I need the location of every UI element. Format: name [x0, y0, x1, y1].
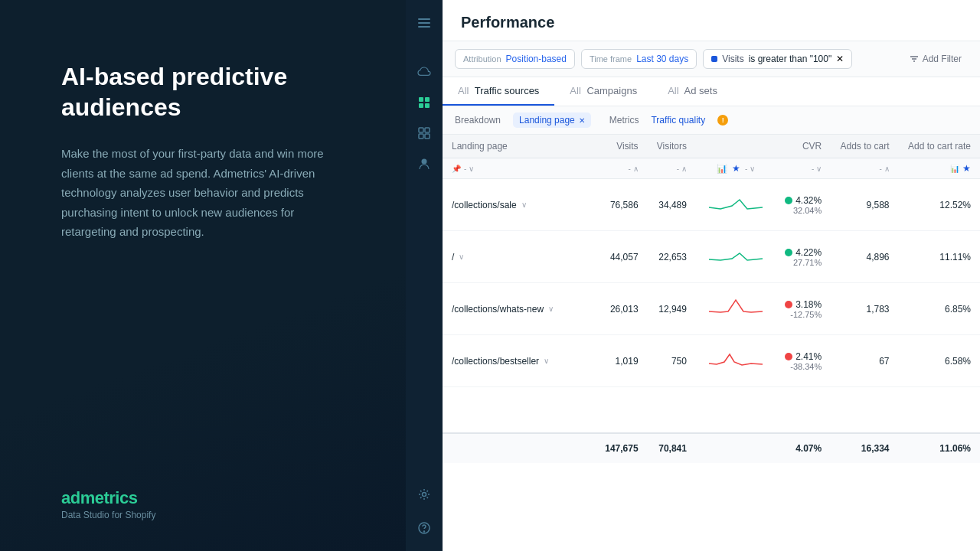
metrics-label: Metrics: [609, 115, 639, 126]
landing-page-2: /: [452, 252, 454, 262]
cvr-2: 4.22% 27.71%: [785, 247, 822, 267]
chart-icon-sort[interactable]: 📊: [717, 164, 727, 174]
add-filter-label: Add Filter: [923, 54, 962, 64]
nav-help-icon[interactable]: [410, 514, 438, 542]
footer-visits: 147,675: [596, 433, 648, 463]
col-header-sparkline: [696, 135, 776, 158]
col-header-landing-page[interactable]: Landing page: [443, 135, 596, 158]
adds-to-cart-1: 9,588: [831, 179, 898, 231]
panel-title: Performance: [461, 14, 962, 31]
sparkline-4: [696, 335, 776, 387]
table-row: / ∨ 44,057 22,653: [443, 231, 980, 283]
svg-rect-2: [418, 26, 430, 28]
sidebar-nav: [406, 0, 443, 551]
add-to-cart-rate-2: 11.11%: [899, 231, 980, 283]
footer-label: [443, 433, 596, 463]
col-header-visitors[interactable]: Visitors: [648, 135, 696, 158]
timeframe-filter[interactable]: Time frame Last 30 days: [581, 49, 697, 69]
col-header-visits[interactable]: Visits: [596, 135, 648, 158]
visits-3: 26,013: [596, 283, 648, 335]
tab-traffic-sources[interactable]: All Traffic sources: [443, 77, 554, 106]
metrics-value: Traffic quality: [651, 115, 705, 126]
panel-header: Performance: [443, 0, 980, 41]
star-icon-sort2[interactable]: ★: [962, 163, 971, 174]
svg-rect-7: [419, 128, 423, 132]
cvr-4: 2.41% -38.34%: [785, 351, 822, 371]
filter-bar: Attribution Position-based Time frame La…: [443, 41, 980, 77]
footer-add-to-cart-rate: 11.06%: [899, 433, 980, 463]
sparkline-3: [696, 283, 776, 335]
visits-filter-close[interactable]: ✕: [836, 54, 844, 64]
visits-4: 1,019: [596, 335, 648, 387]
landing-page-chevron-4[interactable]: ∨: [544, 357, 549, 365]
svg-rect-1: [418, 22, 430, 24]
sort-row: 📌 - ∨ - ∧ - ∧: [443, 158, 980, 179]
visitors-1: 34,489: [648, 179, 696, 231]
nav-user-icon[interactable]: [410, 150, 438, 178]
footer-row: 147,675 70,841 4.07% 16,334 11.06%: [443, 433, 980, 463]
adds-to-cart-4: 67: [831, 335, 898, 387]
cvr-sub-2: 27.71%: [793, 258, 822, 267]
svg-rect-10: [425, 134, 430, 139]
star-icon-sort[interactable]: ★: [732, 163, 740, 174]
spacer-row: [443, 387, 980, 433]
nav-settings-icon[interactable]: [410, 481, 438, 508]
nav-menu-icon[interactable]: [410, 9, 438, 37]
visits-value: is greater than "100": [749, 54, 832, 64]
status-dot-3: [785, 301, 792, 308]
tab-ad-sets[interactable]: All Ad sets: [652, 77, 733, 106]
metrics-info-icon[interactable]: !: [717, 115, 728, 126]
svg-point-11: [422, 159, 427, 165]
col-header-cvr[interactable]: CVR: [776, 135, 831, 158]
breakdown-chip-close[interactable]: ✕: [579, 116, 585, 125]
landing-page-chevron-3[interactable]: ∨: [548, 305, 554, 313]
table-row: /collections/bestseller ∨ 1,019 750: [443, 335, 980, 387]
brand: admetrics Data Studio for Shopify: [61, 488, 368, 520]
svg-rect-8: [425, 128, 430, 132]
col-header-add-to-cart-rate[interactable]: Add to cart rate: [899, 135, 980, 158]
attribution-value: Position-based: [506, 54, 567, 64]
cvr-sub-3: -12.75%: [790, 310, 822, 319]
tab-campaigns[interactable]: All Campaigns: [554, 77, 652, 106]
timeframe-label: Time frame: [590, 54, 632, 64]
adds-to-cart-2: 4,896: [831, 231, 898, 283]
breakdown-row: Breakdown Landing page ✕ Metrics Traffic…: [443, 106, 980, 135]
landing-page-chevron-1[interactable]: ∨: [521, 201, 527, 209]
svg-rect-9: [419, 134, 423, 139]
timeframe-value: Last 30 days: [636, 54, 688, 64]
cvr-1: 4.32% 32.04%: [785, 195, 822, 215]
chart-icon-sort2[interactable]: 📊: [950, 165, 959, 173]
nav-grid-icon[interactable]: [410, 119, 438, 147]
visitors-4: 750: [648, 335, 696, 387]
performance-panel: Performance Attribution Position-based T…: [443, 0, 980, 551]
status-dot-2: [785, 249, 792, 256]
nav-table-icon[interactable]: [410, 89, 438, 116]
left-panel: AI-based predictive audiences Make the m…: [0, 0, 406, 551]
visitors-3: 12,949: [648, 283, 696, 335]
footer-adds-to-cart: 16,334: [831, 433, 898, 463]
svg-point-12: [423, 493, 426, 497]
nav-cloud-icon[interactable]: [410, 58, 438, 86]
pin-icon: 📌: [452, 165, 461, 173]
cvr-sub-4: -38.34%: [790, 362, 822, 371]
hero-description: Make the most of your first-party data a…: [61, 144, 352, 242]
status-dot-1: [785, 197, 792, 204]
attribution-filter[interactable]: Attribution Position-based: [455, 49, 575, 69]
breakdown-label: Breakdown: [455, 115, 501, 126]
breakdown-chip[interactable]: Landing page ✕: [513, 112, 591, 128]
landing-page-chevron-2[interactable]: ∨: [459, 253, 464, 261]
attribution-label: Attribution: [463, 54, 501, 64]
svg-rect-0: [418, 18, 430, 20]
main-content: Performance Attribution Position-based T…: [443, 0, 980, 551]
svg-point-14: [424, 531, 425, 532]
tab-prefix-1: All: [458, 85, 469, 96]
col-header-adds-to-cart[interactable]: Adds to cart: [831, 135, 898, 158]
visits-1: 76,586: [596, 179, 648, 231]
visits-2: 44,057: [596, 231, 648, 283]
add-filter-button[interactable]: Add Filter: [903, 50, 968, 68]
table-row: /collections/sale ∨ 76,586 34,489: [443, 179, 980, 231]
hero-heading: AI-based predictive audiences: [61, 61, 368, 122]
landing-page-4: /collections/bestseller: [452, 356, 539, 367]
visits-filter[interactable]: Visits is greater than "100" ✕: [703, 49, 852, 69]
cvr-3: 3.18% -12.75%: [785, 299, 822, 319]
